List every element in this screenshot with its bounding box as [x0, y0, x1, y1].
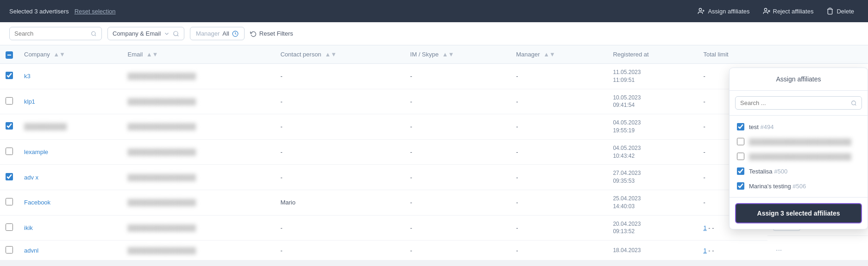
- company-link[interactable]: Facebook: [24, 199, 50, 206]
- registered-cell: 20.04.202309:13:52: [607, 215, 698, 241]
- manager-cell: -: [510, 165, 607, 190]
- affiliate-label: Marina's testing #506: [749, 183, 806, 190]
- dropdown-search-icon: [851, 100, 857, 106]
- search-box[interactable]: [9, 27, 102, 40]
- manager-cell: -: [510, 89, 607, 114]
- row-checkbox-cell[interactable]: [0, 89, 19, 114]
- email-cell: ████████████████: [122, 190, 275, 215]
- email-sort-icons[interactable]: ▲▼: [146, 51, 158, 58]
- dropdown-search-input[interactable]: [740, 99, 848, 106]
- row-checkbox[interactable]: [6, 72, 13, 79]
- row-checkbox[interactable]: [6, 223, 13, 231]
- email-cell: ████████████████: [122, 114, 275, 140]
- row-checkbox[interactable]: [6, 97, 13, 105]
- manager-sort-icons[interactable]: ▲▼: [543, 51, 555, 58]
- selected-count-label: Selected 3 advertisers: [9, 8, 69, 15]
- delete-btn[interactable]: Delete: [822, 5, 859, 18]
- company-link[interactable]: klp1: [24, 98, 35, 105]
- company-cell: advnl: [19, 241, 122, 260]
- assign-selected-btn[interactable]: Assign 3 selected affiliates: [735, 203, 862, 223]
- reject-affiliates-btn[interactable]: Reject affiliates: [758, 5, 818, 18]
- manager-icon: [232, 31, 239, 37]
- im-sort-icons[interactable]: ▲▼: [442, 51, 454, 58]
- reset-selection-btn[interactable]: Reset selection: [75, 8, 116, 15]
- manager-cell: -: [510, 64, 607, 89]
- affiliate-item[interactable]: ████████████████████████: [730, 149, 868, 164]
- im-cell: -: [405, 241, 511, 260]
- company-link[interactable]: ikik: [24, 224, 33, 231]
- chevron-down-icon: [164, 31, 170, 37]
- search-filter-icon: [173, 31, 179, 37]
- assign-affiliates-label: Assign affiliates: [708, 8, 749, 15]
- row-checkbox-cell[interactable]: [0, 241, 19, 260]
- assign-affiliates-btn[interactable]: Assign affiliates: [693, 5, 754, 18]
- row-checkbox-cell[interactable]: [0, 215, 19, 241]
- more-actions-btn[interactable]: ···: [773, 245, 785, 255]
- row-checkbox-cell[interactable]: [0, 190, 19, 215]
- dropdown-search-box[interactable]: [735, 96, 862, 110]
- contact-header: Contact person ▲▼: [275, 45, 404, 64]
- manager-cell: -: [510, 190, 607, 215]
- company-cell: lexample: [19, 139, 122, 165]
- row-checkbox-cell[interactable]: [0, 114, 19, 140]
- search-input[interactable]: [14, 30, 88, 37]
- email-cell: ████████████████: [122, 241, 275, 260]
- manager-cell: -: [510, 114, 607, 140]
- dropdown-footer: Assign 3 selected affiliates: [730, 197, 868, 229]
- contact-cell: -: [275, 64, 404, 89]
- row-checkbox-cell[interactable]: [0, 139, 19, 165]
- affiliate-item[interactable]: ████████████████████████: [730, 134, 868, 149]
- svg-line-12: [855, 104, 856, 105]
- affiliate-checkbox[interactable]: [737, 138, 744, 145]
- company-cell: ██████████: [19, 114, 122, 140]
- email-cell: ████████████████: [122, 64, 275, 89]
- affiliate-item[interactable]: Testalisa #500: [730, 164, 868, 179]
- dropdown-search-area: [730, 91, 868, 116]
- select-all-header[interactable]: [0, 45, 19, 64]
- contact-cell: Mario: [275, 190, 404, 215]
- svg-line-9: [177, 35, 179, 36]
- actions-cell: ···: [767, 241, 868, 260]
- filter-dropdown[interactable]: Company & Email: [107, 27, 184, 40]
- contact-sort-icons[interactable]: ▲▼: [325, 51, 337, 58]
- im-cell: -: [405, 165, 511, 190]
- row-checkbox[interactable]: [6, 148, 13, 155]
- affiliate-checkbox[interactable]: [737, 123, 744, 130]
- trash-icon: [826, 7, 834, 15]
- im-header: IM / Skype ▲▼: [405, 45, 511, 64]
- dropdown-title: Assign affiliates: [730, 68, 868, 91]
- row-checkbox-cell[interactable]: [0, 165, 19, 190]
- contact-cell: -: [275, 114, 404, 140]
- email-header: Email ▲▼: [122, 45, 275, 64]
- affiliate-item[interactable]: Marina's testing #506: [730, 179, 868, 193]
- company-cell: Facebook: [19, 190, 122, 215]
- company-link[interactable]: advnl: [24, 247, 38, 254]
- row-checkbox[interactable]: [6, 122, 13, 130]
- row-checkbox[interactable]: [6, 246, 13, 254]
- reset-filters-label: Reset Filters: [259, 30, 293, 37]
- manager-filter[interactable]: Manager All: [190, 27, 245, 40]
- row-checkbox[interactable]: [6, 173, 13, 180]
- affiliate-checkbox[interactable]: [737, 182, 744, 190]
- company-link[interactable]: k3: [24, 73, 31, 80]
- reset-filters-btn[interactable]: Reset Filters: [250, 30, 293, 37]
- company-link[interactable]: lexample: [24, 148, 48, 155]
- affiliate-item[interactable]: test #494: [730, 119, 868, 134]
- contact-cell: -: [275, 241, 404, 260]
- total-limit-link[interactable]: 1: [703, 224, 706, 231]
- company-link[interactable]: adv x: [24, 174, 38, 181]
- affiliate-checkbox[interactable]: [737, 167, 744, 175]
- reject-affiliates-label: Reject affiliates: [773, 8, 814, 15]
- company-header: Company ▲▼: [19, 45, 122, 64]
- manager-label: Manager: [196, 30, 220, 37]
- indeterminate-checkbox[interactable]: [6, 51, 13, 59]
- affiliate-checkbox[interactable]: [737, 153, 744, 160]
- sort-icons[interactable]: ▲▼: [53, 51, 65, 58]
- total-limit-link[interactable]: 1: [703, 247, 706, 254]
- svg-point-8: [174, 31, 178, 35]
- row-checkbox-cell[interactable]: [0, 64, 19, 89]
- row-checkbox[interactable]: [6, 198, 13, 205]
- manager-cell: -: [510, 241, 607, 260]
- contact-cell: -: [275, 139, 404, 165]
- registered-cell: 25.04.202314:40:03: [607, 190, 698, 215]
